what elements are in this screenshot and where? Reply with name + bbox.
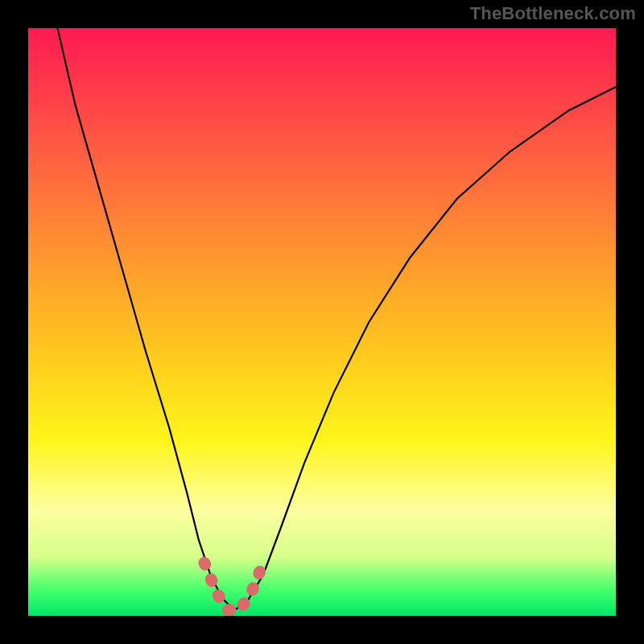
watermark-text: TheBottleneck.com [470, 3, 636, 24]
valley-marker [204, 563, 263, 609]
plot-area [28, 28, 616, 616]
chart-frame: TheBottleneck.com [0, 0, 644, 644]
curve-svg [28, 28, 616, 616]
bottleneck-curve [58, 28, 617, 610]
